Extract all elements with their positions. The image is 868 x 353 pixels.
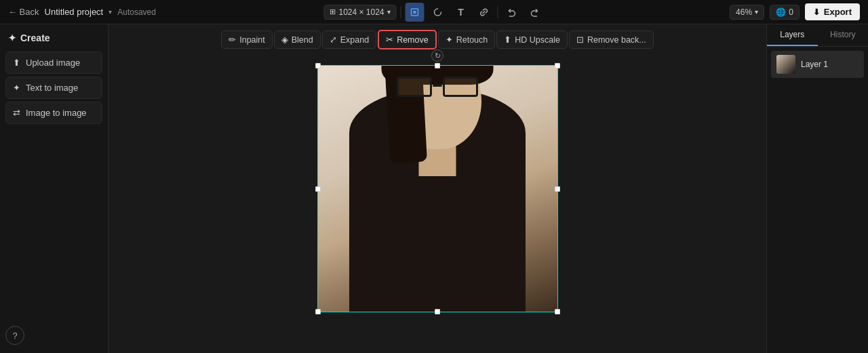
resize-handle-bottom-middle[interactable] [435,309,440,314]
resize-icon: ⊞ [330,7,336,16]
resize-handle-top-right[interactable] [555,63,560,68]
main-layout: ✦ Create ⬆ Upload image ✦ Text to image … [0,24,868,353]
resize-handle-bottom-right[interactable] [555,309,560,314]
canvas-size-control[interactable]: ⊞ 1024 × 1024 ▾ [323,5,396,20]
sidebar-footer: ? [5,326,102,345]
topbar-right: 46% ▾ 🌐 0 ⬇ Export [730,3,860,20]
remove-background-label: Remove back... [587,35,646,45]
portrait-glasses [397,77,478,98]
retouch-icon: ✦ [446,35,453,45]
remove-label: Remove [397,35,429,45]
notif-count: 0 [789,7,793,17]
undo-button[interactable] [502,3,521,22]
remove-background-icon: ⊡ [576,35,584,45]
canvas-image-container[interactable]: ↻ [317,65,558,312]
retouch-label: Retouch [456,35,488,45]
topbar: ← Back Untitled project ▾ Autosaved ⊞ 10… [0,0,868,24]
glasses-right-lens [443,77,478,97]
topbar-divider-1 [401,6,401,18]
text-to-image-icon: ✦ [13,83,20,93]
notification-button[interactable]: 🌐 0 [770,5,800,20]
resize-handle-top-middle[interactable] [435,63,440,68]
blend-label: Blend [292,35,313,45]
blend-icon: ◈ [281,35,288,45]
layer-item[interactable]: Layer 1 [771,51,864,78]
blend-button[interactable]: ◈ Blend [274,30,321,49]
export-icon: ⬇ [813,7,820,17]
canvas-area: ✏ Inpaint ◈ Blend ⤢ Expand ✂ Remove ✦ Re… [108,24,766,353]
canvas-size-value: 1024 × 1024 [338,7,384,17]
inpaint-button[interactable]: ✏ Inpaint [221,30,273,49]
hd-upscale-button[interactable]: ⬆ HD Upscale [496,30,568,49]
layer-name: Layer 1 [801,60,828,69]
remove-button[interactable]: ✂ Remove [378,30,437,49]
sidebar: ✦ Create ⬆ Upload image ✦ Text to image … [0,24,108,353]
inpaint-icon: ✏ [229,35,236,45]
remove-icon: ✂ [386,35,393,45]
image-to-image-label: Image to image [26,108,87,118]
resize-handle-top-left[interactable] [315,63,321,68]
image-to-image-icon: ⇄ [13,108,20,118]
select-tool-button[interactable] [406,3,425,22]
text-to-image-label: Text to image [26,83,78,93]
topbar-divider-2 [498,6,498,18]
upload-icon: ⬆ [13,58,20,68]
project-name: Untitled project [45,7,104,17]
inpaint-label: Inpaint [239,35,265,45]
lasso-tool-button[interactable] [429,3,448,22]
sidebar-title: Create [20,33,50,43]
svg-rect-1 [414,11,416,14]
tab-layers[interactable]: Layers [767,24,818,46]
expand-icon: ⤢ [330,35,337,45]
canvas-image [318,66,557,312]
resize-handle-middle-right[interactable] [555,186,560,192]
panel-tabs: Layers History [767,24,868,47]
export-label: Export [824,7,852,17]
zoom-control[interactable]: 46% ▾ [730,5,764,20]
hd-upscale-icon: ⬆ [504,35,511,45]
retouch-button[interactable]: ✦ Retouch [438,30,496,49]
tab-history[interactable]: History [818,24,869,46]
text-to-image-button[interactable]: ✦ Text to image [5,77,102,99]
expand-label: Expand [340,35,369,45]
help-button[interactable]: ? [5,326,24,345]
zoom-dropdown-icon[interactable]: ▾ [755,8,758,16]
image-to-image-button[interactable]: ⇄ Image to image [5,102,102,124]
canvas-size-dropdown-icon[interactable]: ▾ [387,8,391,16]
topbar-left: ← Back Untitled project ▾ Autosaved [8,7,156,17]
upload-image-label: Upload image [26,58,80,68]
rotate-handle[interactable]: ↻ [431,49,443,62]
create-icon: ✦ [8,33,16,43]
redo-button[interactable] [526,3,545,22]
link-tool-button[interactable] [475,3,494,22]
globe-icon: 🌐 [776,7,786,17]
remove-background-button[interactable]: ⊡ Remove back... [569,30,654,49]
zoom-value: 46% [736,7,752,17]
hd-upscale-label: HD Upscale [515,35,560,45]
layer-thumbnail [776,55,795,74]
upload-image-button[interactable]: ⬆ Upload image [5,51,102,74]
glasses-left-lens [397,77,432,97]
canvas-toolbar: ✏ Inpaint ◈ Blend ⤢ Expand ✂ Remove ✦ Re… [108,30,766,49]
back-button[interactable]: ← Back [8,7,39,17]
export-button[interactable]: ⬇ Export [805,3,860,20]
glasses-bridge [433,85,442,87]
expand-button[interactable]: ⤢ Expand [322,30,376,49]
resize-handle-bottom-left[interactable] [315,309,321,314]
autosaved-status: Autosaved [117,7,156,17]
sidebar-header: ✦ Create [5,33,102,43]
resize-handle-middle-left[interactable] [315,186,321,192]
text-tool-button[interactable]: T [452,3,471,22]
topbar-center: ⊞ 1024 × 1024 ▾ T [323,3,544,22]
right-panel: Layers History Layer 1 [766,24,868,353]
project-name-dropdown-icon[interactable]: ▾ [108,8,112,16]
